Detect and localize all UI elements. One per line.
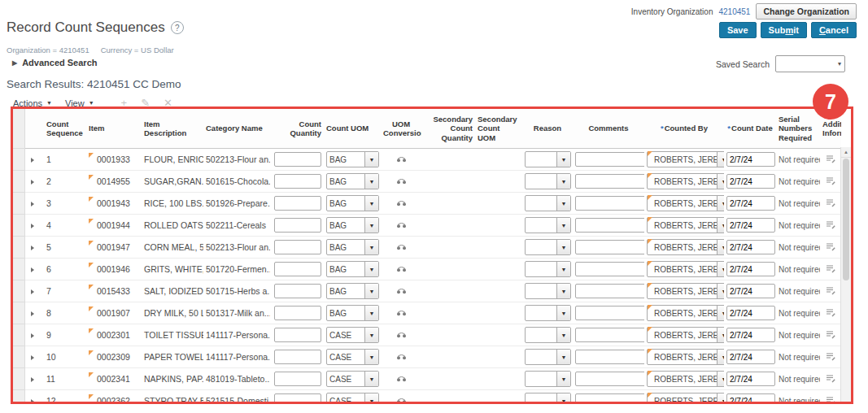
count-quantity-input[interactable] (274, 262, 321, 276)
reason-dropdown-icon[interactable]: ▼ (556, 393, 570, 404)
counted-by-combobox[interactable]: ROBERTS, JEREMY▼ (647, 195, 724, 211)
expand-row-icon[interactable] (31, 399, 34, 404)
count-quantity-input[interactable] (274, 240, 321, 254)
count-uom-dropdown-icon[interactable]: ▼ (364, 350, 378, 364)
reason-combobox[interactable]: ▼ (525, 327, 571, 343)
reason-combobox[interactable]: ▼ (525, 261, 571, 277)
comments-input[interactable] (575, 372, 644, 386)
count-uom-dropdown-icon[interactable]: ▼ (364, 306, 378, 320)
counted-by-combobox[interactable]: ROBERTS, JEREMY▼ (647, 327, 724, 343)
counted-by-combobox[interactable]: ROBERTS, JEREMY▼ (647, 371, 724, 387)
counted-by-combobox[interactable]: ROBERTS, JEREMY▼ (647, 217, 724, 233)
expand-row-icon[interactable] (31, 311, 34, 316)
row-selector[interactable] (13, 215, 24, 237)
reason-combobox[interactable]: ▼ (525, 349, 571, 365)
counted-by-dropdown-icon[interactable]: ▼ (717, 393, 724, 404)
counted-by-dropdown-icon[interactable]: ▼ (717, 306, 724, 320)
count-uom-combobox[interactable]: BAG▼ (326, 239, 379, 255)
count-uom-dropdown-icon[interactable]: ▼ (364, 262, 378, 276)
additional-information-icon[interactable] (826, 220, 835, 229)
reason-combobox[interactable]: ▼ (525, 151, 571, 167)
counted-by-combobox[interactable]: ROBERTS, JEREMY▼ (647, 283, 724, 299)
expand-row-icon[interactable] (31, 180, 34, 185)
expand-row-icon[interactable] (31, 158, 34, 163)
additional-information-icon[interactable] (826, 286, 835, 295)
count-uom-combobox[interactable]: CASE▼ (326, 393, 379, 404)
count-date-input[interactable] (726, 393, 775, 404)
count-uom-dropdown-icon[interactable]: ▼ (364, 328, 378, 342)
counted-by-dropdown-icon[interactable]: ▼ (717, 328, 724, 342)
additional-information-icon[interactable] (826, 264, 835, 273)
comments-input[interactable] (575, 328, 644, 342)
count-quantity-input[interactable] (274, 306, 321, 320)
counted-by-dropdown-icon[interactable]: ▼ (717, 152, 724, 167)
count-uom-dropdown-icon[interactable]: ▼ (364, 174, 378, 189)
count-uom-dropdown-icon[interactable]: ▼ (364, 284, 378, 298)
count-uom-combobox[interactable]: BAG▼ (326, 217, 379, 233)
reason-combobox[interactable]: ▼ (525, 305, 571, 321)
uom-conversions-icon[interactable] (396, 375, 407, 382)
cancel-button[interactable]: Cancel (811, 22, 857, 38)
row-selector[interactable] (13, 193, 24, 215)
additional-information-icon[interactable] (826, 308, 835, 317)
reason-combobox[interactable]: ▼ (525, 173, 571, 189)
expand-row-icon[interactable] (31, 333, 34, 338)
row-selector[interactable] (13, 259, 24, 280)
count-date-input[interactable] (726, 262, 775, 276)
counted-by-dropdown-icon[interactable]: ▼ (717, 284, 724, 298)
count-quantity-input[interactable] (274, 196, 321, 211)
reason-dropdown-icon[interactable]: ▼ (556, 306, 570, 320)
comments-input[interactable] (575, 284, 644, 298)
help-icon[interactable]: ? (171, 21, 184, 34)
uom-conversions-icon[interactable] (396, 221, 407, 228)
table-scrollbar[interactable]: ▲ (840, 147, 851, 402)
comments-input[interactable] (575, 196, 644, 211)
count-uom-combobox[interactable]: BAG▼ (326, 261, 379, 277)
count-date-input[interactable] (726, 350, 775, 364)
count-uom-combobox[interactable]: CASE▼ (326, 371, 379, 387)
expand-row-icon[interactable] (31, 246, 34, 250)
comments-input[interactable] (575, 262, 644, 276)
count-quantity-input[interactable] (274, 372, 321, 386)
inventory-organization-value-link[interactable]: 4210451 (718, 7, 750, 16)
count-date-input[interactable] (726, 372, 775, 386)
counted-by-combobox[interactable]: ROBERTS, JEREMY▼ (647, 393, 724, 404)
counted-by-combobox[interactable]: ROBERTS, JEREMY▼ (647, 349, 724, 365)
expand-row-icon[interactable] (31, 202, 34, 206)
counted-by-combobox[interactable]: ROBERTS, JEREMY▼ (647, 151, 724, 167)
row-selector[interactable] (13, 171, 24, 193)
row-selector[interactable] (13, 237, 24, 259)
count-uom-dropdown-icon[interactable]: ▼ (364, 196, 378, 211)
counted-by-dropdown-icon[interactable]: ▼ (717, 240, 724, 254)
comments-input[interactable] (575, 218, 644, 233)
expand-row-icon[interactable] (31, 224, 34, 228)
count-uom-combobox[interactable]: BAG▼ (326, 173, 379, 189)
counted-by-dropdown-icon[interactable]: ▼ (717, 350, 724, 364)
reason-dropdown-icon[interactable]: ▼ (556, 240, 570, 254)
additional-information-icon[interactable] (826, 352, 835, 361)
reason-combobox[interactable]: ▼ (525, 239, 571, 255)
count-date-input[interactable] (726, 218, 775, 233)
count-date-input[interactable] (726, 174, 775, 189)
comments-input[interactable] (575, 174, 644, 189)
comments-input[interactable] (575, 306, 644, 320)
uom-conversions-icon[interactable] (396, 397, 407, 404)
uom-conversions-icon[interactable] (396, 331, 407, 338)
row-selector[interactable] (13, 346, 24, 368)
uom-conversions-icon[interactable] (396, 353, 407, 360)
additional-information-icon[interactable] (826, 198, 835, 207)
count-quantity-input[interactable] (274, 328, 321, 342)
scroll-up-icon[interactable]: ▲ (841, 147, 851, 158)
count-quantity-input[interactable] (274, 393, 321, 404)
additional-information-icon[interactable] (826, 330, 835, 339)
counted-by-combobox[interactable]: ROBERTS, JEREMY▼ (647, 261, 724, 277)
counted-by-combobox[interactable]: ROBERTS, JEREMY▼ (647, 239, 724, 255)
counted-by-combobox[interactable]: ROBERTS, JEREMY▼ (647, 305, 724, 321)
expand-row-icon[interactable] (31, 289, 34, 294)
expand-row-icon[interactable] (31, 377, 34, 382)
count-uom-combobox[interactable]: CASE▼ (326, 349, 379, 365)
count-quantity-input[interactable] (274, 174, 321, 189)
row-selector[interactable] (13, 324, 24, 346)
count-uom-dropdown-icon[interactable]: ▼ (364, 372, 378, 386)
count-uom-combobox[interactable]: BAG▼ (326, 283, 379, 299)
